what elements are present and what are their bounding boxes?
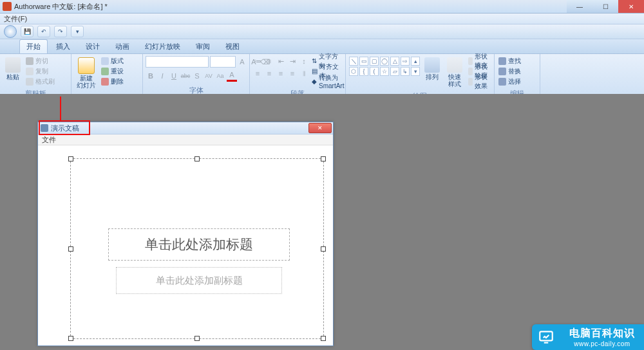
- group-font: A A ⌫ B I U abc S AV Aa A 字体: [143, 54, 250, 97]
- subtitle-placeholder[interactable]: 单击此处添加副标题: [116, 267, 282, 294]
- handle-nw[interactable]: [68, 156, 73, 161]
- handle-s[interactable]: [194, 336, 200, 341]
- grow-font-button[interactable]: A: [237, 57, 247, 67]
- group-slides: 新建 幻灯片 版式 重设 删除 幻灯片: [71, 54, 143, 97]
- shape-effects-button[interactable]: 形状效果: [467, 77, 491, 86]
- title-placeholder[interactable]: 单击此处添加标题: [108, 228, 290, 261]
- underline-button[interactable]: U: [169, 71, 179, 81]
- shape-more-down-icon[interactable]: ▾: [411, 67, 420, 76]
- shape-arrow-icon[interactable]: ⇨: [401, 57, 410, 66]
- title-bar: Authorware 中文版: [未命名] * — ☐ ✕: [0, 0, 644, 14]
- qat-redo-button[interactable]: ↷: [54, 26, 67, 37]
- find-icon: [498, 57, 506, 65]
- align-left-button[interactable]: ≡: [252, 68, 263, 78]
- quick-styles-icon: [447, 57, 462, 73]
- shape-effects-icon: [468, 78, 473, 86]
- select-icon: [498, 78, 506, 86]
- reset-icon: [101, 68, 109, 75]
- strike-button[interactable]: abc: [180, 71, 191, 81]
- increase-indent-button[interactable]: ⇥: [287, 56, 298, 66]
- shape-triangle-icon[interactable]: △: [390, 57, 399, 66]
- embedded-window[interactable]: 演示文稿 ✕ 文件 单击此处添加标题 单击此处添加副标题: [37, 122, 334, 346]
- tab-review[interactable]: 审阅: [189, 39, 217, 53]
- shape-hex-icon[interactable]: ⬡: [349, 67, 358, 76]
- columns-button[interactable]: ⫴: [299, 68, 309, 78]
- maximize-button[interactable]: ☐: [592, 0, 618, 13]
- slide-canvas[interactable]: 单击此处添加标题 单击此处添加副标题: [70, 158, 324, 339]
- shape-rect-icon[interactable]: ▭: [359, 57, 368, 66]
- shape-brace-icon[interactable]: {: [359, 67, 368, 76]
- handle-w[interactable]: [68, 246, 73, 252]
- shape-star-icon[interactable]: ☆: [380, 67, 389, 76]
- bold-button[interactable]: B: [146, 71, 156, 81]
- decrease-indent-button[interactable]: ⇤: [276, 56, 286, 66]
- qat-save-button[interactable]: 💾: [21, 26, 33, 37]
- tab-view[interactable]: 视图: [218, 39, 247, 53]
- embedded-titlebar[interactable]: 演示文稿 ✕: [38, 122, 333, 134]
- close-button[interactable]: ✕: [618, 0, 644, 13]
- format-painter-button[interactable]: 格式刷: [24, 77, 56, 86]
- tab-home[interactable]: 开始: [19, 39, 48, 53]
- change-case-button[interactable]: Aa: [215, 71, 225, 81]
- handle-sw[interactable]: [68, 336, 73, 341]
- bullets-button[interactable]: ≔: [252, 56, 263, 66]
- office-orb[interactable]: [4, 25, 17, 38]
- select-button[interactable]: 选择: [497, 77, 522, 86]
- replace-button[interactable]: 替换: [497, 66, 522, 76]
- group-paragraph: ≔ ≡ ⇤ ⇥ ↕ ≡ ≡ ≡ ≡ ⫴ ⇅文字方向 ▤对齐文本 ◆转换为 Sma…: [250, 54, 346, 97]
- app-icon: [3, 2, 12, 11]
- embedded-close-button[interactable]: ✕: [308, 123, 332, 133]
- watermark: 电脑百科知识 www.pc-daily.com: [532, 324, 644, 350]
- tab-slideshow[interactable]: 幻灯片放映: [138, 39, 187, 53]
- font-color-button[interactable]: A: [227, 69, 237, 82]
- arrange-icon: [424, 57, 440, 73]
- reset-button[interactable]: 重设: [100, 66, 125, 76]
- new-slide-button[interactable]: 新建 幻灯片: [74, 56, 99, 90]
- shapes-gallery[interactable]: ＼ ▭ ▢ ◯ △ ⇨ ▴ ⬡ { ( ☆ ▱ ↳ ▾: [348, 56, 421, 77]
- embedded-file-menu[interactable]: 文件: [42, 135, 56, 145]
- line-spacing-button[interactable]: ↕: [299, 56, 309, 66]
- tab-insert[interactable]: 插入: [49, 39, 77, 53]
- justify-button[interactable]: ≡: [287, 68, 298, 78]
- align-center-button[interactable]: ≡: [264, 68, 274, 78]
- convert-smartart-button[interactable]: ◆转换为 SmartArt: [310, 77, 345, 86]
- shape-callout-icon[interactable]: ▱: [390, 67, 399, 76]
- group-drawing: ＼ ▭ ▢ ◯ △ ⇨ ▴ ⬡ { ( ☆ ▱ ↳ ▾ 排列 快速样: [346, 54, 495, 97]
- qat-undo-button[interactable]: ↶: [37, 26, 50, 37]
- handle-se[interactable]: [321, 336, 326, 341]
- italic-button[interactable]: I: [157, 71, 167, 81]
- delete-button[interactable]: 删除: [100, 77, 125, 86]
- layout-button[interactable]: 版式: [100, 56, 125, 66]
- find-button[interactable]: 查找: [497, 56, 522, 66]
- arrange-button[interactable]: 排列: [422, 56, 442, 82]
- font-size-combo[interactable]: [210, 56, 236, 68]
- align-right-button[interactable]: ≡: [276, 68, 286, 78]
- quick-styles-button[interactable]: 快速样式: [444, 56, 466, 89]
- shadow-button[interactable]: S: [192, 71, 202, 81]
- handle-ne[interactable]: [321, 156, 326, 161]
- copy-button[interactable]: 复制: [24, 66, 56, 76]
- minimize-button[interactable]: —: [567, 0, 592, 13]
- char-spacing-button[interactable]: AV: [204, 71, 214, 81]
- shape-line-icon[interactable]: ＼: [349, 57, 358, 66]
- embedded-title: 演示文稿: [51, 124, 79, 133]
- watermark-url: www.pc-daily.com: [574, 340, 630, 347]
- file-menu[interactable]: 文件(F): [4, 14, 27, 24]
- paste-button[interactable]: 粘贴: [3, 56, 23, 82]
- shape-rrect-icon[interactable]: ▢: [370, 57, 379, 66]
- handle-e[interactable]: [321, 246, 326, 252]
- shape-outline-icon: [468, 68, 473, 75]
- font-name-combo[interactable]: [146, 56, 209, 68]
- shape-oval-icon[interactable]: ◯: [380, 57, 389, 66]
- tab-design[interactable]: 设计: [79, 39, 107, 53]
- window-buttons: — ☐ ✕: [567, 0, 644, 13]
- cut-button[interactable]: 剪切: [24, 56, 56, 66]
- shape-more-up-icon[interactable]: ▴: [411, 57, 420, 66]
- shape-paren-icon[interactable]: (: [370, 67, 379, 76]
- tab-animation[interactable]: 动画: [108, 39, 137, 53]
- handle-n[interactable]: [194, 156, 200, 161]
- qat-customize-button[interactable]: ▾: [71, 26, 84, 37]
- shape-connector-icon[interactable]: ↳: [401, 67, 410, 76]
- numbering-button[interactable]: ≡: [264, 56, 274, 66]
- watermark-icon: [532, 324, 560, 350]
